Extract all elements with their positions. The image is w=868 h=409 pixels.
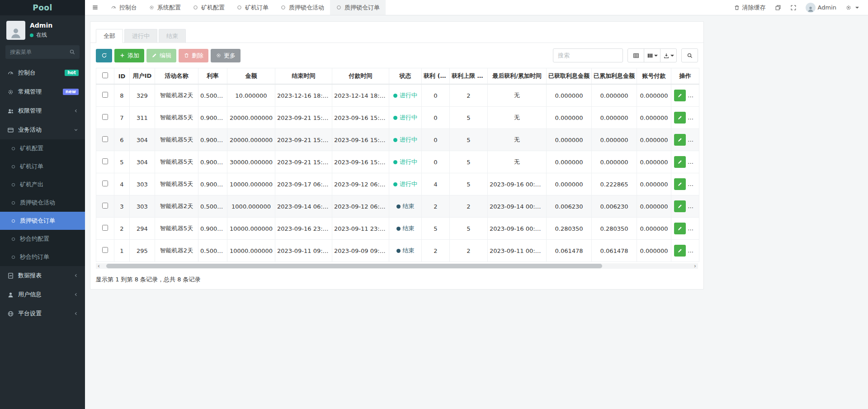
topnav-tab-miner-config[interactable]: 矿机配置 (187, 0, 231, 15)
delete-button[interactable]: 删除 (179, 49, 208, 62)
sidebar-subitem-pledge-order[interactable]: 质押锁仓订单 (0, 212, 85, 230)
sidebar-search-input[interactable] (5, 45, 80, 59)
topnav-tab-system-config[interactable]: 系统配置 (143, 0, 187, 15)
sidebar-subitem-seconds-order[interactable]: 秒合约订单 (0, 248, 85, 266)
sidebar-item-dashboard[interactable]: 控制台hot (0, 63, 85, 82)
sidebar-subitem-seconds-config[interactable]: 秒合约配置 (0, 230, 85, 248)
col-last_time[interactable]: 最后获利/累加时间 (488, 68, 547, 85)
sidebar-item-report[interactable]: 数据报表 (0, 266, 85, 285)
sidebar-item-platform[interactable]: 平台设置 (0, 304, 85, 323)
sidebar-item-general[interactable]: 常规管理new (0, 82, 85, 101)
topnav-tab-miner-order[interactable]: 矿机订单 (231, 0, 274, 15)
fullscreen-button[interactable] (786, 0, 801, 15)
cell-last-time: 无 (488, 151, 547, 173)
col-status[interactable]: 状态 (389, 68, 422, 85)
topnav-tab-pledge-order[interactable]: 质押锁仓订单 (330, 0, 386, 15)
row-checkbox[interactable] (102, 247, 108, 253)
cell-actions (671, 218, 699, 240)
cell-rate: 0.900000 (198, 107, 227, 129)
profile-menu[interactable]: Admin (801, 0, 841, 15)
cell-interest-acc: 0.222865 (592, 173, 637, 195)
scroll-right-arrow[interactable]: › (692, 263, 698, 269)
tab-ended[interactable]: 结束 (159, 29, 186, 43)
more-button[interactable]: 更多 (211, 49, 241, 62)
sidebar-subitem-miner-output[interactable]: 矿机产出 (0, 176, 85, 194)
row-edit-button[interactable] (674, 90, 686, 101)
sidebar-item-auth[interactable]: 权限管理 (0, 101, 85, 120)
sidebar-item-log[interactable]: 日志 (0, 403, 85, 409)
scrollbar-track[interactable] (102, 263, 692, 269)
topnav-tab-label: 控制台 (119, 4, 137, 12)
col-uid[interactable]: 用户ID (130, 68, 155, 85)
row-checkbox[interactable] (102, 136, 108, 142)
row-checkbox[interactable] (102, 158, 108, 164)
row-edit-button[interactable] (674, 245, 686, 257)
sidebar-subitem-miner-config[interactable]: 矿机配置 (0, 139, 85, 157)
row-edit-button[interactable] (674, 200, 686, 212)
row-edit-button[interactable] (674, 112, 686, 124)
col-activity[interactable]: 活动名称 (155, 68, 198, 85)
clear-cache-button[interactable]: 清除缓存 (729, 0, 770, 15)
cell-uid: 311 (130, 107, 155, 129)
multi-window-button[interactable] (770, 0, 786, 15)
col-interest_got[interactable]: 已获取利息金额 (547, 68, 592, 85)
sidebar-item-userinfo[interactable]: 用户信息 (0, 285, 85, 304)
columns-button[interactable] (644, 48, 660, 62)
users-icon (7, 108, 14, 114)
tab-running[interactable]: 进行中 (124, 29, 157, 43)
edit-button[interactable]: 编辑 (146, 49, 176, 62)
advanced-search-button[interactable] (681, 48, 698, 62)
export-button[interactable] (660, 48, 677, 62)
status-dot-icon (393, 182, 397, 186)
col-pay_time[interactable]: 付款时间 (332, 68, 389, 85)
pencil-icon (677, 204, 683, 209)
row-edit-button[interactable] (674, 178, 686, 190)
row-edit-button[interactable] (674, 134, 686, 146)
settings-menu[interactable] (841, 0, 863, 15)
row-checkbox[interactable] (102, 181, 108, 186)
select-all-checkbox[interactable] (102, 72, 108, 78)
col-interest_acc[interactable]: 已累加利息金额 (592, 68, 637, 85)
row-edit-button[interactable] (674, 156, 686, 168)
col-profit_limit[interactable]: 获利上限 (天) (450, 68, 488, 85)
pencil-icon (677, 115, 683, 120)
scroll-left-arrow[interactable]: ‹ (96, 263, 102, 269)
sidebar-subitem-pledge-activity[interactable]: 质押锁仓活动 (0, 194, 85, 212)
topnav-tab-pledge-activity[interactable]: 质押锁仓活动 (274, 0, 330, 15)
topnav-tab-dashboard[interactable]: 控制台 (105, 0, 143, 15)
profile-avatar (806, 3, 816, 13)
col-amount[interactable]: 金额 (227, 68, 275, 85)
cell-last-time: 2023-09-11 00:10:01 (488, 240, 547, 262)
cell-amount: 20000.000000 (227, 129, 275, 151)
table-search-input[interactable] (553, 48, 623, 62)
refresh-button[interactable] (96, 49, 112, 62)
row-checkbox[interactable] (102, 92, 108, 98)
sidebar-toggle-button[interactable] (85, 0, 105, 15)
sidebar-item-business[interactable]: 业务活动 (0, 120, 85, 139)
row-checkbox[interactable] (102, 114, 108, 120)
header-row: ID用户ID活动名称利率金额结束时间付款时间状态获利 (天)获利上限 (天)最后… (96, 68, 699, 85)
sidebar-subitem-miner-order[interactable]: 矿机订单 (0, 157, 85, 176)
col-profit_days[interactable]: 获利 (天) (422, 68, 450, 85)
col-end_time[interactable]: 结束时间 (275, 68, 332, 85)
tab-all[interactable]: 全部 (96, 29, 123, 43)
add-button[interactable]: 添加 (114, 49, 144, 62)
col-id[interactable]: ID (114, 68, 130, 85)
row-edit-button[interactable] (674, 223, 686, 234)
col-account_pay[interactable]: 账号付款 (637, 68, 671, 85)
col-actions[interactable]: 操作 (671, 68, 699, 85)
row-checkbox[interactable] (102, 225, 108, 231)
toggle-view-button[interactable] (627, 48, 644, 62)
cell-pay-time: 2023-09-12 06:20:09 (332, 195, 389, 218)
cell-amount: 10000.000000 (227, 240, 275, 262)
scrollbar-thumb[interactable] (106, 264, 602, 268)
col-rate[interactable]: 利率 (198, 68, 227, 85)
cell-end-time: 2023-09-21 15:07:12 (275, 129, 332, 151)
table-row: 3303智能机器2天0.5000001000.0000002023-09-14 … (96, 195, 699, 218)
profile-username: Admin (818, 4, 836, 11)
cell-profit-days: 0 (422, 129, 450, 151)
cell-profit-limit: 2 (450, 240, 488, 262)
app-logo[interactable]: Pool (0, 0, 85, 15)
row-checkbox[interactable] (102, 203, 108, 209)
status-badge: 进行中 (393, 136, 417, 144)
